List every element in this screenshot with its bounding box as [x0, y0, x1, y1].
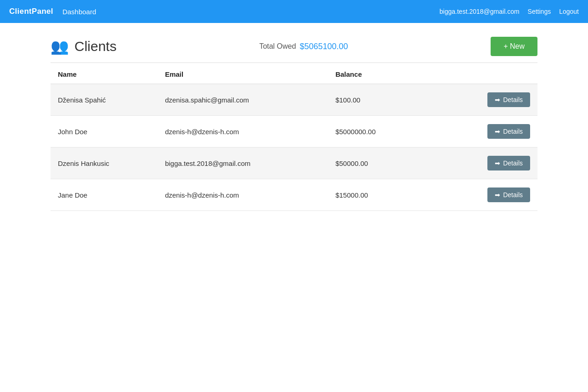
table-row: Dženisa Spahićdzenisa.spahic@gmail.com$1… [51, 84, 537, 116]
navbar-logout-link[interactable]: Logout [559, 8, 579, 15]
details-arrow-icon: ➡ [495, 159, 500, 167]
client-action-cell: ➡Details [450, 116, 537, 148]
client-email: bigga.test.2018@gmail.com [158, 148, 328, 179]
details-button[interactable]: ➡Details [487, 92, 530, 107]
client-balance: $100.00 [328, 84, 450, 116]
details-button-label: Details [503, 128, 523, 135]
col-header-action [450, 63, 537, 84]
table-header: Name Email Balance [51, 63, 537, 84]
total-owed-value: $5065100.00 [300, 42, 348, 51]
client-name: John Doe [51, 116, 158, 148]
details-arrow-icon: ➡ [495, 191, 500, 199]
navbar-left: ClientPanel Dashboard [9, 7, 96, 16]
client-action-cell: ➡Details [450, 148, 537, 179]
table-row: Dzenis Hankusicbigga.test.2018@gmail.com… [51, 148, 537, 179]
client-email: dzenis-h@dzenis-h.com [158, 116, 328, 148]
clients-table: Name Email Balance Dženisa Spahićdzenisa… [51, 63, 537, 211]
navbar-dashboard-link[interactable]: Dashboard [62, 8, 96, 16]
client-action-cell: ➡Details [450, 84, 537, 116]
client-email: dzenis-h@dzenis-h.com [158, 179, 328, 211]
table-row: John Doedzenis-h@dzenis-h.com$5000000.00… [51, 116, 537, 148]
page-title: Clients [74, 39, 117, 54]
client-name: Jane Doe [51, 179, 158, 211]
table-body: Dženisa Spahićdzenisa.spahic@gmail.com$1… [51, 84, 537, 211]
total-owed-area: Total Owed $5065100.00 [259, 42, 348, 51]
clients-icon: 👥 [51, 38, 69, 55]
navbar-settings-link[interactable]: Settings [528, 8, 551, 15]
main-content: 👥 Clients Total Owed $5065100.00 + New N… [41, 23, 547, 220]
client-email: dzenisa.spahic@gmail.com [158, 84, 328, 116]
client-balance: $50000.00 [328, 148, 450, 179]
details-button[interactable]: ➡Details [487, 156, 530, 170]
total-owed-label: Total Owed [259, 42, 296, 51]
details-arrow-icon: ➡ [495, 128, 500, 135]
col-header-email: Email [158, 63, 328, 84]
client-balance: $15000.00 [328, 179, 450, 211]
details-arrow-icon: ➡ [495, 96, 500, 103]
details-button[interactable]: ➡Details [487, 187, 530, 202]
col-header-balance: Balance [328, 63, 450, 84]
navbar: ClientPanel Dashboard bigga.test.2018@gm… [0, 0, 588, 23]
details-button-label: Details [503, 159, 523, 167]
new-client-button[interactable]: + New [491, 37, 537, 56]
navbar-right: bigga.test.2018@gmail.com Settings Logou… [440, 8, 579, 15]
page-header: 👥 Clients Total Owed $5065100.00 + New [51, 37, 537, 56]
client-name: Dženisa Spahić [51, 84, 158, 116]
client-action-cell: ➡Details [450, 179, 537, 211]
navbar-brand[interactable]: ClientPanel [9, 7, 53, 16]
details-button-label: Details [503, 191, 523, 199]
client-balance: $5000000.00 [328, 116, 450, 148]
table-row: Jane Doedzenis-h@dzenis-h.com$15000.00➡D… [51, 179, 537, 211]
navbar-user-email: bigga.test.2018@gmail.com [440, 8, 520, 15]
details-button-label: Details [503, 96, 523, 103]
client-name: Dzenis Hankusic [51, 148, 158, 179]
details-button[interactable]: ➡Details [487, 124, 530, 139]
table-header-row: Name Email Balance [51, 63, 537, 84]
col-header-name: Name [51, 63, 158, 84]
page-title-area: 👥 Clients [51, 38, 117, 55]
